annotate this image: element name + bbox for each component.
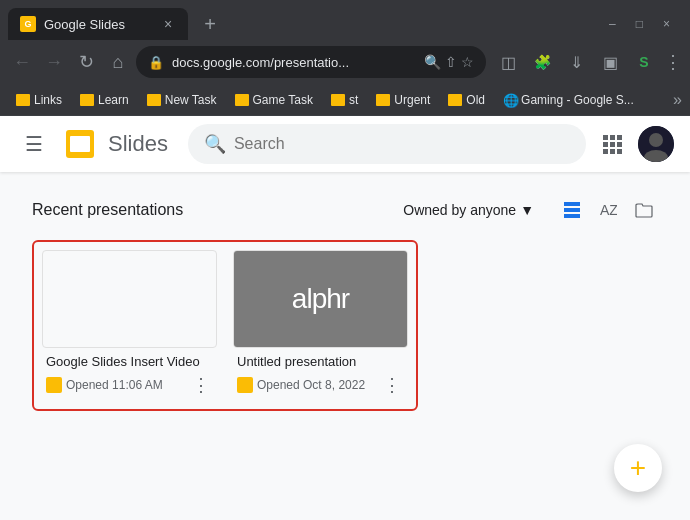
bookmarks-more-button[interactable]: » [673,91,682,109]
tab-title: Google Slides [44,17,152,32]
close-window-button[interactable]: × [655,13,678,35]
view-buttons: AZ [558,196,658,224]
tab-search-icon[interactable]: ◫ [494,48,522,76]
back-button[interactable]: ← [8,48,36,76]
address-bar[interactable]: 🔒 docs.google.com/presentatio... 🔍 ⇧ ☆ [136,46,486,78]
slides-header: ☰ Slides 🔍 [0,116,690,172]
owned-by-chevron-icon: ▼ [520,202,534,218]
window-controls: – □ × [224,13,682,35]
folder-icon [376,94,390,106]
reload-button[interactable]: ↻ [72,48,100,76]
bookmark-links[interactable]: Links [8,91,70,109]
bookmark-label: Urgent [394,93,430,107]
folder-icon [80,94,94,106]
hamburger-menu-button[interactable]: ☰ [16,126,52,162]
search-address-icon[interactable]: 🔍 [424,54,441,70]
slides-logo [64,128,96,160]
slides-app-name: Slides [108,131,168,157]
home-button[interactable]: ⌂ [104,48,132,76]
selection-area: Google Slides Insert Video Opened 11:06 … [32,240,418,411]
lock-icon: 🔒 [148,55,164,70]
forward-button[interactable]: → [40,48,68,76]
new-presentation-fab[interactable]: + [614,444,662,492]
bookmark-urgent[interactable]: Urgent [368,91,438,109]
sort-button[interactable]: AZ [594,196,622,224]
presentation-meta-1: Opened 11:06 AM ⋮ [46,373,213,397]
bookmark-label: Links [34,93,62,107]
bookmark-label: st [349,93,358,107]
folder-view-button[interactable] [630,196,658,224]
nav-right-buttons: ◫ 🧩 ⇓ ▣ S ⋮ [494,48,682,76]
globe-icon: 🌐 [503,93,517,107]
svg-text:AZ: AZ [600,202,617,218]
address-actions: 🔍 ⇧ ☆ [424,54,474,70]
download-icon[interactable]: ⇓ [562,48,590,76]
presentation-thumbnail-1 [42,250,217,348]
svg-rect-1 [610,135,615,140]
presentation-date-1: Opened 11:06 AM [66,378,185,392]
list-view-button[interactable] [558,196,586,224]
svg-rect-6 [603,149,608,154]
owned-by-button[interactable]: Owned by anyone ▼ [395,198,542,222]
bookmark-gaming[interactable]: 🌐 Gaming - Google S... [495,91,642,109]
svg-rect-13 [564,208,580,212]
bookmark-label: Old [466,93,485,107]
alphr-text: alphr [292,283,349,315]
owned-by-label: Owned by anyone [403,202,516,218]
bookmark-new-task[interactable]: New Task [139,91,225,109]
bookmark-old[interactable]: Old [440,91,493,109]
svg-rect-4 [610,142,615,147]
bookmark-star-icon[interactable]: ☆ [461,54,474,70]
bookmarks-bar: Links Learn New Task Game Task st Urgent… [0,84,690,116]
slides-file-icon-1 [46,377,62,393]
alphr-thumbnail: alphr [234,251,407,347]
svg-rect-0 [603,135,608,140]
bookmark-label: Game Task [253,93,313,107]
section-header: Recent presentations Owned by anyone ▼ A… [32,196,658,224]
slides-logo-inner [70,136,90,152]
more-menu-button[interactable]: ⋮ [664,51,682,73]
active-tab[interactable]: G Google Slides × [8,8,188,40]
slides-file-icon-2 [237,377,253,393]
presentation-card-2[interactable]: alphr Untitled presentation Opened Oct 8… [233,250,408,401]
bookmark-label: Gaming - Google S... [521,93,634,107]
section-title: Recent presentations [32,201,387,219]
folder-icon [448,94,462,106]
sidebar-icon[interactable]: ▣ [596,48,624,76]
svg-rect-8 [617,149,622,154]
svg-point-10 [649,133,663,147]
google-apps-button[interactable] [594,126,630,162]
extensions-icon[interactable]: 🧩 [528,48,556,76]
new-tab-button[interactable]: + [196,10,224,38]
folder-icon [147,94,161,106]
minimize-button[interactable]: – [601,13,624,35]
tab-favicon: G [20,16,36,32]
fab-plus-icon: + [630,452,646,484]
presentation-card-1[interactable]: Google Slides Insert Video Opened 11:06 … [42,250,217,401]
address-text: docs.google.com/presentatio... [172,55,416,70]
search-input[interactable] [234,135,570,153]
search-bar[interactable]: 🔍 [188,124,586,164]
bookmark-game-task[interactable]: Game Task [227,91,321,109]
user-avatar[interactable] [638,126,674,162]
presentation-info-2: Untitled presentation Opened Oct 8, 2022… [233,348,408,401]
folder-icon [235,94,249,106]
svg-rect-14 [564,214,580,218]
bookmark-learn[interactable]: Learn [72,91,137,109]
svg-rect-7 [610,149,615,154]
maximize-button[interactable]: □ [628,13,651,35]
folder-icon [16,94,30,106]
bookmark-st[interactable]: st [323,91,366,109]
presentation-more-button-2[interactable]: ⋮ [380,373,404,397]
svg-rect-5 [617,142,622,147]
svg-rect-3 [603,142,608,147]
app-content: ☰ Slides 🔍 Recent presentations Owned by… [0,116,690,520]
presentation-info-1: Google Slides Insert Video Opened 11:06 … [42,348,217,401]
folder-icon [331,94,345,106]
main-content: Recent presentations Owned by anyone ▼ A… [0,172,690,435]
share-icon[interactable]: ⇧ [445,54,457,70]
tab-close-button[interactable]: × [160,16,176,32]
gaming-icon[interactable]: S [630,48,658,76]
svg-rect-12 [564,202,580,206]
presentation-more-button-1[interactable]: ⋮ [189,373,213,397]
